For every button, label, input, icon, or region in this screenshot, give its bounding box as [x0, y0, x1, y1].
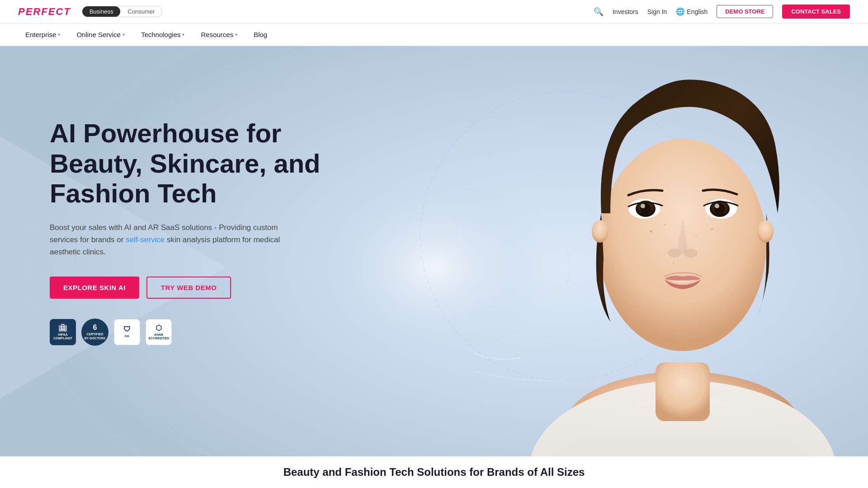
nav-enterprise[interactable]: Enterprise ▾	[18, 27, 67, 42]
hero-woman-image	[497, 55, 868, 462]
svg-rect-14	[656, 362, 710, 421]
nav-blog[interactable]: Blog	[246, 27, 274, 42]
hero-section: AI Powerhouse for Beauty, Skincare, and …	[0, 46, 868, 488]
contact-sales-button[interactable]: CONTACT SALES	[782, 5, 850, 19]
svg-point-32	[757, 220, 774, 243]
language-button[interactable]: 🌐 English	[676, 7, 708, 16]
svg-point-25	[684, 249, 698, 258]
business-toggle[interactable]: Business	[82, 6, 121, 17]
language-label: English	[687, 8, 708, 15]
hero-title: AI Powerhouse for Beauty, Skincare, and …	[50, 118, 357, 209]
chevron-down-icon: ▾	[123, 32, 125, 37]
hipaa-icon: 🏥	[58, 324, 67, 332]
svg-point-19	[641, 204, 645, 208]
nav-bar: Enterprise ▾ Online Service ▾ Technologi…	[0, 23, 868, 46]
anab-badge: ⬡ ANABACCREDITED	[146, 319, 172, 345]
anab-icon: ⬡	[156, 324, 162, 332]
self-service-link[interactable]: self-service	[126, 235, 165, 244]
svg-point-23	[715, 204, 719, 208]
svg-point-28	[711, 228, 713, 230]
top-left: PERFECT Business Consumer	[18, 6, 162, 18]
nav-technologies[interactable]: Technologies ▾	[134, 27, 192, 42]
hero-subtitle: Boost your sales with AI and AR SaaS sol…	[50, 221, 303, 258]
try-web-demo-button[interactable]: TRY WEB DEMO	[146, 277, 231, 299]
nav-resources[interactable]: Resources ▾	[193, 27, 245, 42]
chevron-down-icon: ▾	[182, 32, 184, 37]
hero-buttons: EXPLORE SKIN AI TRY WEB DEMO	[50, 277, 357, 299]
top-right: 🔍 Investors Sign In 🌐 English DEMO STORE…	[594, 5, 850, 19]
signin-link[interactable]: Sign In	[647, 8, 667, 15]
bottom-teaser: Beauty and Fashion Tech Solutions for Br…	[0, 456, 868, 488]
chevron-down-icon: ▾	[58, 32, 60, 37]
mode-toggle: Business Consumer	[82, 6, 163, 17]
demo-store-button[interactable]: DEMO STORE	[717, 5, 773, 18]
certification-badges: 🏥 HIPAACOMPLIANT 6 CERTIFIEDBY DOCTORS 🛡…	[50, 319, 357, 346]
certified-doctors-badge: 6 CERTIFIEDBY DOCTORS	[81, 319, 108, 346]
consumer-toggle[interactable]: Consumer	[120, 6, 162, 17]
explore-skin-ai-button[interactable]: EXPLORE SKIN AI	[50, 277, 139, 299]
globe-icon: 🌐	[676, 7, 685, 16]
nav-online-service[interactable]: Online Service ▾	[69, 27, 132, 42]
search-button[interactable]: 🔍	[594, 7, 604, 17]
bottom-teaser-text: Beauty and Fashion Tech Solutions for Br…	[283, 466, 585, 479]
chevron-down-icon: ▾	[235, 32, 237, 37]
svg-point-24	[668, 249, 681, 258]
bsi-icon: 🛡	[123, 325, 131, 333]
top-bar: PERFECT Business Consumer 🔍 Investors Si…	[0, 0, 868, 23]
investors-link[interactable]: Investors	[613, 8, 638, 15]
logo[interactable]: PERFECT	[18, 6, 71, 18]
main-nav: Enterprise ▾ Online Service ▾ Technologi…	[18, 27, 274, 42]
svg-point-26	[650, 230, 652, 233]
svg-point-27	[664, 224, 665, 225]
svg-point-31	[592, 220, 608, 243]
bsi-badge: 🛡 bsi	[114, 319, 140, 345]
hero-content: AI Powerhouse for Beauty, Skincare, and …	[50, 118, 357, 346]
hipaa-badge: 🏥 HIPAACOMPLIANT	[50, 319, 76, 345]
svg-point-29	[695, 235, 697, 237]
certified-icon: 6	[93, 324, 97, 332]
svg-point-30	[673, 262, 675, 264]
